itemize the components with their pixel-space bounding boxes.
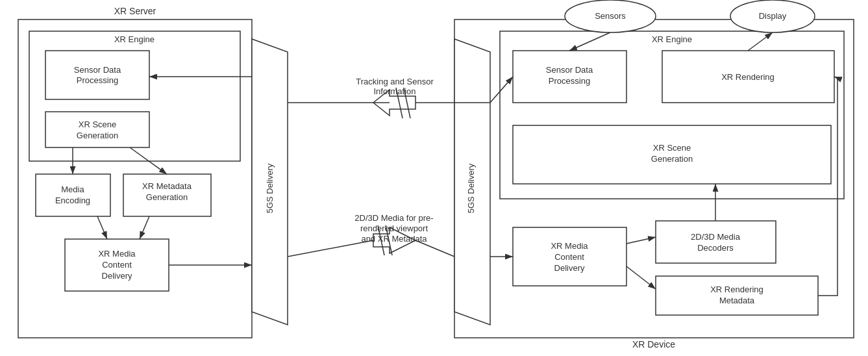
left-sensor-data-text: Sensor Data: [74, 65, 121, 75]
right-sensor-data-text2: Processing: [549, 76, 590, 86]
arrow-xr-media-to-decoders: [626, 237, 656, 244]
left-xr-scene-text2: Generation: [77, 131, 118, 140]
tracking-label1: Tracking and Sensor: [356, 77, 434, 86]
left-xr-media-text3: Delivery: [102, 271, 132, 281]
media-decoders-text2: Decoders: [697, 243, 734, 253]
left-5gs-delivery-label: 5GS Delivery: [265, 163, 275, 213]
right-5gs-delivery-label: 5GS Delivery: [466, 163, 476, 213]
xr-rendering-label: XR Rendering: [721, 72, 775, 82]
display-label: Display: [759, 11, 787, 21]
arrow-sensors-to-sdp: [569, 32, 610, 51]
sensors-label: Sensors: [595, 11, 626, 21]
arrow-encoding-to-delivery: [97, 216, 107, 239]
media-label3: and XR Metadata: [361, 234, 427, 244]
media-label2: rendered viewport: [360, 223, 428, 233]
diagram-container: XR Server XR Engine Sensor Data Processi…: [0, 0, 868, 356]
left-xr-media-text: XR Media: [98, 249, 136, 259]
right-xr-media-text: XR Media: [551, 241, 588, 251]
diagram-svg: XR Server XR Engine Sensor Data Processi…: [0, 0, 868, 356]
xr-rendering-meta-text: XR Rendering: [710, 285, 763, 294]
arrow-meta-to-rendering: [818, 77, 837, 296]
arrow-meta-to-delivery: [140, 216, 149, 239]
left-media-encoding-text2: Encoding: [55, 196, 90, 205]
left-media-encoding-text: Media: [61, 184, 84, 194]
xr-device-label: XR Device: [632, 339, 675, 350]
arrow-5gs-to-sdp: [490, 77, 513, 103]
media-line-right: [415, 240, 454, 257]
media-decoders-box: [656, 221, 776, 263]
right-xr-scene-text: XR Scene: [653, 143, 691, 153]
left-xr-engine-label: XR Engine: [114, 34, 155, 44]
left-sensor-data-text2: Processing: [77, 75, 118, 85]
left-xr-meta-text2: Generation: [146, 192, 188, 202]
right-xr-engine-label: XR Engine: [652, 34, 692, 44]
right-sensor-data-text: Sensor Data: [546, 65, 593, 75]
xr-rendering-meta-text2: Metadata: [719, 296, 755, 305]
tracking-label2: Information: [373, 86, 415, 96]
left-xr-media-text2: Content: [102, 260, 132, 270]
right-xr-scene-text2: Generation: [651, 154, 693, 164]
left-xr-meta-text: XR Metadata: [142, 181, 192, 191]
arrow-xr-media-to-meta: [626, 266, 656, 289]
media-decoders-text: 2D/3D Media: [691, 232, 741, 242]
xr-server-label: XR Server: [114, 6, 156, 16]
right-xr-media-text2: Content: [554, 252, 584, 262]
arrow-rendering-to-display: [748, 32, 773, 51]
right-xr-media-text3: Delivery: [554, 263, 585, 273]
left-xr-scene-box: [45, 112, 149, 147]
left-xr-scene-text: XR Scene: [79, 120, 117, 129]
media-label1: 2D/3D Media for pre-: [354, 213, 433, 223]
media-line-left: [288, 240, 373, 257]
